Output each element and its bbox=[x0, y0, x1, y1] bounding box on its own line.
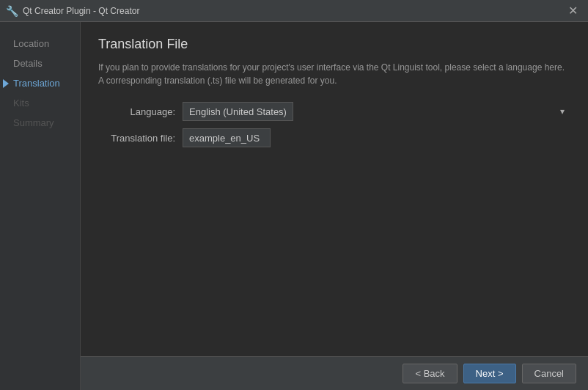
sidebar-item-label: Details bbox=[13, 58, 43, 69]
page-description: If you plan to provide translations for … bbox=[98, 61, 570, 87]
sidebar-item-location[interactable]: Location bbox=[0, 34, 80, 54]
title-bar: 🔧 Qt Creator Plugin - Qt Creator ✕ bbox=[0, 0, 588, 22]
bottom-bar: < Back Next > Cancel bbox=[81, 356, 588, 390]
sidebar-item-label: Location bbox=[13, 38, 49, 49]
language-select[interactable]: English (United States) bbox=[183, 102, 293, 121]
translation-file-input[interactable] bbox=[183, 128, 271, 147]
title-bar-left: 🔧 Qt Creator Plugin - Qt Creator bbox=[6, 5, 139, 17]
language-select-wrapper[interactable]: English (United States) bbox=[183, 102, 570, 121]
next-button[interactable]: Next > bbox=[463, 364, 516, 383]
sidebar-item-translation[interactable]: Translation bbox=[0, 73, 80, 93]
language-label: Language: bbox=[98, 106, 183, 117]
back-button[interactable]: < Back bbox=[403, 364, 457, 383]
translation-file-row: Translation file: bbox=[98, 128, 570, 147]
window-title: Qt Creator Plugin - Qt Creator bbox=[23, 6, 139, 16]
app-icon: 🔧 bbox=[6, 5, 18, 17]
sidebar-item-label: Kits bbox=[13, 98, 29, 108]
sidebar-item-label: Translation bbox=[13, 78, 60, 89]
close-button[interactable]: ✕ bbox=[564, 2, 582, 19]
page-title: Translation File bbox=[98, 37, 570, 52]
main-layout: Location Details Translation Kits Summar… bbox=[0, 22, 588, 390]
sidebar-item-details[interactable]: Details bbox=[0, 54, 80, 73]
language-row: Language: English (United States) bbox=[98, 102, 570, 121]
sidebar-item-kits: Kits bbox=[0, 93, 80, 113]
translation-file-label: Translation file: bbox=[98, 133, 183, 144]
sidebar-item-label: Summary bbox=[13, 117, 54, 128]
sidebar-item-summary: Summary bbox=[0, 113, 80, 133]
content-area: Translation File If you plan to provide … bbox=[81, 22, 588, 356]
cancel-button[interactable]: Cancel bbox=[522, 364, 576, 383]
sidebar: Location Details Translation Kits Summar… bbox=[0, 22, 81, 390]
